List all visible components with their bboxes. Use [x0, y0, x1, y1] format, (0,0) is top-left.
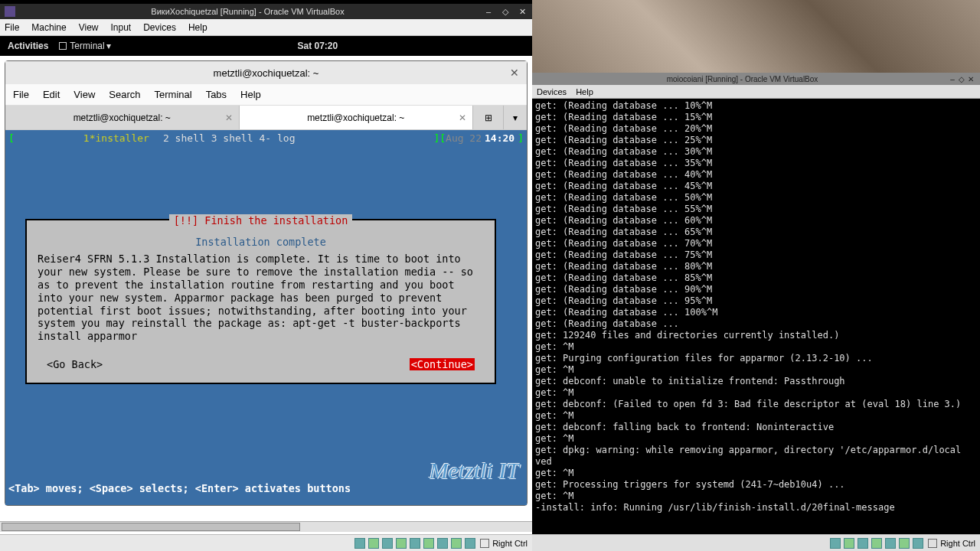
menu-help[interactable]: Help	[576, 87, 593, 96]
hostkey-indicator-icon	[928, 539, 937, 548]
optical-icon[interactable]	[844, 538, 854, 549]
maximize-icon[interactable]: ◇	[957, 75, 966, 83]
vm-statusbar-right: Right Ctrl	[532, 534, 980, 551]
vm-titlebar-left[interactable]: ВикиXochiquetzal [Running] - Oracle VM V…	[0, 4, 532, 19]
menu-input[interactable]: Input	[111, 22, 132, 33]
menu-help[interactable]: Help	[188, 22, 207, 33]
tab-2[interactable]: metztli@xochiquetzal: ~ ✕	[240, 106, 474, 129]
installer-dialog: [!!] Finish the installation Installatio…	[25, 219, 496, 384]
help-line: <Tab> moves; <Space> selects; <Enter> ac…	[5, 482, 527, 494]
close-icon[interactable]: ✕	[966, 75, 975, 83]
vm-title-right: moiocoiani [Running] - Oracle VM Virtual…	[537, 75, 948, 83]
recording-icon[interactable]	[451, 538, 462, 549]
watermark: Metztli IT	[430, 458, 520, 484]
console-log[interactable]: get: (Reading database ... 10%^M get: (R…	[532, 99, 980, 527]
gnome-top-bar: Activities Terminal ▾ Sat 07:20	[0, 36, 532, 56]
window-log[interactable]: 4- log	[260, 132, 296, 144]
menu-machine[interactable]: Machine	[31, 22, 66, 33]
window-installer[interactable]: 1*installer	[83, 132, 149, 144]
menu-file[interactable]: File	[5, 22, 19, 33]
term-menu-edit[interactable]: Edit	[43, 89, 60, 100]
new-tab-button[interactable]: ⊞	[473, 106, 504, 129]
terminal-window: metztli@xochiquetzal: ~ ✕ File Edit View…	[5, 60, 528, 506]
vbox-icon	[5, 6, 15, 17]
tab-close-icon[interactable]: ✕	[459, 112, 466, 123]
window-shell-2[interactable]: 2 shell	[163, 132, 205, 144]
audio-icon[interactable]	[437, 538, 448, 549]
net-icon[interactable]	[396, 538, 407, 549]
terminal-title: metztli@xochiquetzal: ~ ✕	[5, 61, 527, 84]
shared-folder-icon[interactable]	[410, 538, 420, 549]
term-menu-terminal[interactable]: Terminal	[155, 89, 192, 100]
go-back-button[interactable]: <Go Back>	[47, 358, 103, 370]
minimize-icon[interactable]: –	[948, 75, 957, 83]
close-icon[interactable]: ✕	[517, 6, 528, 17]
menu-view[interactable]: View	[79, 22, 99, 33]
optical-icon[interactable]	[368, 538, 379, 549]
menu-devices[interactable]: Devices	[143, 22, 176, 33]
continue-button[interactable]: <Continue>	[410, 358, 475, 370]
scroll-thumb[interactable]	[2, 523, 300, 531]
clock[interactable]: Sat 07:20	[111, 41, 524, 51]
background-photo	[532, 0, 980, 73]
terminal-indicator[interactable]: Terminal ▾	[59, 41, 110, 51]
menu-devices[interactable]: Devices	[537, 87, 567, 96]
dialog-subtitle: Installation complete	[38, 236, 484, 248]
usb-icon[interactable]	[382, 538, 393, 549]
shared-folder-icon[interactable]	[885, 538, 896, 549]
term-menu-tabs[interactable]: Tabs	[206, 89, 227, 100]
dialog-body: Reiser4 SFRN 5.1.3 Installation is compl…	[38, 253, 484, 343]
window-shell-3[interactable]: 3 shell	[211, 132, 253, 144]
activities-button[interactable]: Activities	[8, 41, 48, 51]
display-icon[interactable]	[899, 538, 910, 549]
horizontal-scrollbar[interactable]	[0, 521, 532, 532]
display-icon[interactable]	[423, 538, 434, 549]
minimize-icon[interactable]: –	[483, 6, 494, 17]
vm-menubar-left: File Machine View Input Devices Help	[0, 19, 532, 36]
terminal-icon	[59, 42, 67, 50]
term-menu-search[interactable]: Search	[109, 89, 140, 100]
usb-icon[interactable]	[858, 538, 868, 549]
term-menu-file[interactable]: File	[13, 89, 29, 100]
terminal-menubar: File Edit View Search Terminal Tabs Help	[5, 84, 527, 106]
vm-window-right: moiocoiani [Running] - Oracle VM Virtual…	[532, 0, 980, 551]
cpu-icon[interactable]	[465, 538, 475, 549]
recording-icon[interactable]	[913, 538, 923, 549]
tmux-status: [ 1*installer 2 shell 3 shell 4- log ][ …	[5, 130, 527, 145]
dialog-title: [!!] Finish the installation	[38, 214, 484, 227]
hd-icon[interactable]	[830, 538, 841, 549]
vm-window-left: ВикиXochiquetzal [Running] - Oracle VM V…	[0, 4, 532, 551]
vm-statusbar-left: Right Ctrl	[0, 534, 532, 551]
terminal-content[interactable]: [ 1*installer 2 shell 3 shell 4- log ][ …	[5, 130, 527, 505]
tab-1[interactable]: metztli@xochiquetzal: ~ ✕	[5, 106, 240, 129]
tab-close-icon[interactable]: ✕	[225, 112, 233, 123]
vm-titlebar-right[interactable]: moiocoiani [Running] - Oracle VM Virtual…	[532, 73, 980, 85]
host-key-label: Right Ctrl	[492, 539, 528, 548]
host-key-label: Right Ctrl	[940, 539, 975, 548]
vm-menubar-right: Devices Help	[532, 85, 980, 99]
maximize-icon[interactable]: ◇	[500, 6, 511, 17]
net-icon[interactable]	[871, 538, 882, 549]
term-menu-help[interactable]: Help	[240, 89, 261, 100]
tab-menu-button[interactable]: ▾	[504, 106, 527, 129]
vm-title-left: ВикиXochiquetzal [Running] - Oracle VM V…	[18, 7, 477, 16]
terminal-tabs: metztli@xochiquetzal: ~ ✕ metztli@xochiq…	[5, 106, 527, 130]
terminal-close-button[interactable]: ✕	[510, 67, 519, 79]
term-menu-view[interactable]: View	[74, 89, 95, 100]
hostkey-indicator-icon	[480, 539, 489, 548]
hd-icon[interactable]	[354, 538, 365, 549]
